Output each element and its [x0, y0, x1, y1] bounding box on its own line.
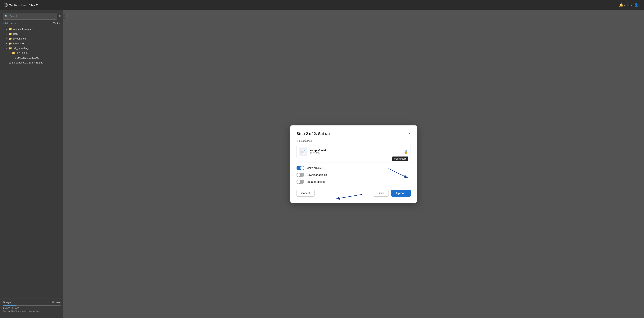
file-thumbnail: 📄 [300, 148, 307, 156]
file-count-label: 1 file attached [296, 139, 411, 142]
storage-bar [3, 305, 60, 306]
modal-overlay: Step 2 of 2. Set up × 1 file attached 📄 … [63, 10, 644, 318]
menu-icon[interactable]: ≡ [59, 14, 60, 18]
list-item[interactable]: ▶ 📁 transcript-from-step [0, 27, 63, 32]
item-label: 09:19:53...0133.wav [17, 56, 39, 59]
upload-modal: Step 2 of 2. Set up × 1 file attached 📄 … [290, 125, 417, 203]
modal-title: Step 2 of 2. Set up [296, 132, 330, 136]
sidebar: 🔍 ≡ + Add new ▾ Z - A ▾ ▶ 📁 transcript-f… [0, 10, 63, 318]
list-item[interactable]: ▶ 📁 New folder [0, 41, 63, 46]
file-size: 18.67 MB [310, 152, 404, 155]
item-label: Screenshoti [13, 37, 26, 40]
set-auto-delete-toggle[interactable] [296, 180, 304, 184]
logo-icon [4, 3, 8, 7]
user-icon[interactable]: 👤▾ [634, 3, 640, 7]
set-auto-delete-label: Set auto-delete [306, 180, 325, 183]
item-label: Screenshot 2...10.57.35.png [12, 61, 43, 64]
navbar: OneReach.ai Files ▾ 🔔▾ ⊞▾ 👤▾ [0, 0, 644, 10]
search-input[interactable] [10, 15, 55, 18]
item-label: New folder [13, 42, 24, 45]
folder-icon: 📁 [9, 37, 12, 40]
sidebar-collapse-button[interactable]: ‹ [63, 14, 66, 19]
lock-icon-button[interactable]: 🔒 [404, 150, 408, 154]
upload-button[interactable]: Upload [391, 190, 411, 197]
files-button[interactable]: Files ▾ [29, 3, 38, 7]
folder-icon: 📁 [12, 52, 15, 55]
chevron-right-icon: ▶ [6, 38, 8, 40]
make-private-label: Make private [306, 166, 322, 170]
chevron-down-icon: ▼ [9, 52, 11, 54]
folder-icon: 📁 [9, 28, 12, 31]
make-public-tooltip: Make public [392, 157, 408, 161]
files-chevron: ▾ [36, 3, 38, 7]
folder-icon: 📁 [9, 47, 12, 50]
toggle-knob [297, 180, 300, 184]
downloadable-link-label: Downloadable link [306, 173, 328, 176]
folder-icon: 📁 [9, 33, 12, 35]
sidebar-items: ▶ 📁 transcript-from-step ▶ 📁 Tran ▶ 📁 Sc… [0, 27, 63, 298]
modal-footer-right: Back Upload [373, 190, 411, 197]
add-new-chevron: ▾ [15, 22, 16, 25]
sidebar-toolbar: + Add new ▾ Z - A ▾ [0, 22, 63, 27]
chevron-right-icon: ▶ [6, 42, 8, 45]
storage-bar-fill [3, 305, 16, 306]
item-label: 2023-08-17 [16, 52, 28, 55]
list-item[interactable]: ▶ 🖼 Screenshot 2...10.57.35.png [0, 60, 63, 65]
files-label: Files [29, 4, 35, 7]
lock-container: 🔒 Make public [404, 150, 408, 154]
file-name: sample3.nist [310, 149, 404, 152]
chevron-right-icon: ▶ [6, 28, 8, 30]
item-label: transcript-from-step [13, 28, 34, 31]
svg-point-0 [5, 4, 6, 6]
storage-label: Storage [3, 301, 11, 304]
list-item[interactable]: ▶ 📁 Screenshoti [0, 36, 63, 41]
list-item[interactable]: ▼ 📁 call_recordings [0, 46, 63, 51]
content-area: ‹ ↻ Step 2 of 2. Set up × 1 file attache… [63, 10, 644, 318]
storage-detail: 4.98 GB of 20 GB [3, 307, 60, 309]
sort-label: Z - A [53, 22, 58, 25]
back-button[interactable]: Back [373, 190, 388, 197]
cancel-button[interactable]: Cancel [296, 190, 314, 197]
make-private-row: Make private [296, 166, 411, 170]
add-new-label: + Add new [3, 22, 14, 25]
navbar-right: 🔔▾ ⊞▾ 👤▾ [619, 3, 640, 7]
main-layout: 🔍 ≡ + Add new ▾ Z - A ▾ ▶ 📁 transcript-f… [0, 10, 644, 318]
list-item[interactable]: ▶ ♪ 09:19:53...0133.wav [0, 56, 63, 60]
grid-icon[interactable]: ⊞▾ [627, 3, 632, 7]
search-box[interactable]: 🔍 [3, 13, 57, 20]
downloadable-link-toggle[interactable] [296, 173, 304, 177]
downloadable-link-row: Downloadable link [296, 173, 411, 177]
search-icon: 🔍 [5, 15, 8, 18]
chevron-down-icon: ▼ [6, 47, 8, 49]
sidebar-footer: Storage 24% used 4.98 GB of 20 GB Tip: U… [0, 298, 63, 315]
storage-used: 24% used [50, 301, 60, 304]
toggle-knob [300, 166, 304, 170]
notifications-icon[interactable]: 🔔▾ [619, 3, 625, 7]
modal-close-button[interactable]: × [408, 132, 411, 135]
file-info: sample3.nist 18.67 MB [310, 149, 404, 155]
modal-header: Step 2 of 2. Set up × [296, 132, 411, 136]
image-file-icon: 🖼 [9, 61, 11, 64]
storage-tip: Tip: Use ⌘+Click to select multiple file… [3, 310, 60, 313]
set-auto-delete-row: Set auto-delete [296, 180, 411, 184]
item-label: Tran [13, 33, 18, 35]
list-item[interactable]: ▼ 📁 2023-08-17 [0, 51, 63, 56]
navbar-left: OneReach.ai Files ▾ [4, 3, 38, 7]
logo: OneReach.ai [4, 3, 26, 7]
audio-file-icon: ♪ [15, 57, 16, 59]
logo-text: OneReach.ai [9, 4, 26, 7]
sidebar-search-row: 🔍 ≡ [0, 13, 63, 22]
add-new-button[interactable]: + Add new ▾ [3, 22, 16, 25]
folder-icon: 📁 [9, 42, 12, 45]
file-thumb-icon: 📄 [301, 149, 306, 154]
make-private-toggle[interactable] [296, 166, 304, 170]
modal-footer: Cancel Back Upload [296, 190, 411, 197]
list-item[interactable]: ▶ 📁 Tran [0, 32, 63, 36]
chevron-right-icon: ▶ [6, 33, 8, 35]
file-row: 📄 sample3.nist 18.67 MB 🔒 Make public [296, 145, 411, 158]
sort-chevron: ▾ [59, 22, 60, 25]
toggle-knob [297, 173, 300, 177]
sort-button[interactable]: Z - A ▾ [53, 22, 60, 25]
item-label: call_recordings [13, 47, 29, 50]
storage-label-row: Storage 24% used [3, 301, 60, 304]
